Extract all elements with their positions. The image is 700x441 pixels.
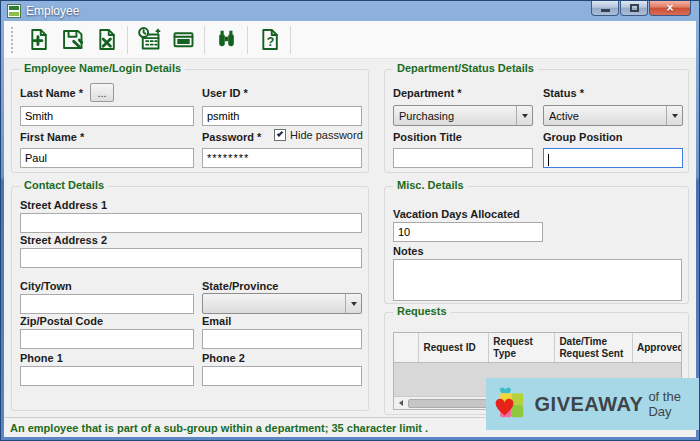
group-title: Requests [393,305,451,317]
watermark-brand-text: GIVEAWAY [535,393,644,416]
text-caret [548,154,549,166]
maximize-button[interactable] [620,1,648,16]
status-dropdown[interactable]: Active [543,105,683,126]
arrow-left-icon [399,400,403,406]
column-header-approved[interactable]: Approved [633,333,681,362]
department-dropdown[interactable]: Purchasing [393,105,533,126]
card-icon [170,26,197,53]
first-name-input[interactable] [20,148,194,168]
toolbar-separator [247,26,248,54]
vacation-days-input[interactable] [393,222,543,242]
vacation-days-label: Vacation Days Allocated [393,208,520,220]
svg-text:?: ? [266,35,274,49]
column-header-request-id[interactable]: Request ID [419,333,489,362]
state-dropdown[interactable] [202,293,362,314]
department-label: Department * [393,87,461,99]
scroll-left-button[interactable] [394,397,408,409]
street2-input[interactable] [20,248,362,268]
last-name-input[interactable] [20,106,194,126]
group-misc: Misc. Details Vacation Days Allocated No… [384,186,689,304]
chevron-down-icon [351,302,357,306]
toolbar: ? [4,21,696,59]
help-button[interactable]: ? [252,24,286,56]
save-icon [59,26,86,53]
phone1-label: Phone 1 [20,352,63,364]
notes-textarea[interactable] [393,259,682,301]
close-button[interactable]: × [649,1,691,16]
close-icon: × [666,2,673,14]
state-label: State/Province [202,280,278,292]
group-title: Department/Status Details [393,62,538,74]
hide-password-label: Hide password [290,129,363,141]
group-title: Contact Details [20,179,108,191]
gift-icon [493,382,529,426]
hide-password-checkbox[interactable]: Hide password [274,129,363,141]
phone2-label: Phone 2 [202,352,245,364]
check-icon [277,130,283,136]
status-value: Active [544,110,666,122]
toolbar-separator [290,26,291,54]
table-header-row: Request ID Request Type Date/Time Reques… [394,333,681,363]
group-dept-status: Department/Status Details Department * S… [384,69,689,173]
last-name-label: Last Name * [20,87,83,99]
department-value: Purchasing [394,110,516,122]
search-button[interactable] [209,24,243,56]
city-input[interactable] [20,294,194,314]
maximize-icon [630,4,639,12]
password-label: Password * [202,131,261,143]
chevron-down-icon [672,114,678,118]
watermark-suffix-text: of the Day [648,389,700,419]
add-record-icon [25,26,52,53]
view-card-button[interactable] [166,24,200,56]
client-area: ? Employee Name/Login Details Last Name … [4,21,696,437]
dropdown-button [516,106,532,125]
employee-window: Employee × [0,0,700,441]
notes-label: Notes [393,245,424,257]
minimize-button[interactable] [591,1,619,16]
row-selector-column-header [394,333,419,362]
city-label: City/Town [20,280,72,292]
status-text: An employee that is part of a sub-group … [10,422,428,434]
position-title-input[interactable] [393,148,533,168]
giveaway-watermark-banner[interactable]: GIVEAWAY of the Day [486,378,700,430]
checkbox-box [274,129,286,141]
save-record-button[interactable] [55,24,89,56]
column-header-request-type[interactable]: Request Type [489,333,555,362]
status-label: Status * [543,87,584,99]
calendar-button[interactable] [132,24,166,56]
group-contact: Contact Details Street Address 1 Street … [11,186,369,411]
group-position-input[interactable] [543,148,683,168]
password-input[interactable] [202,148,362,168]
titlebar: Employee × [1,1,699,21]
phone1-input[interactable] [20,366,194,386]
toolbar-separator [204,26,205,54]
column-header-date-time[interactable]: Date/Time Request Sent [555,333,633,362]
email-label: Email [202,315,231,327]
chevron-down-icon [522,114,528,118]
street2-label: Street Address 2 [20,234,107,246]
group-position-label: Group Position [543,131,622,143]
dropdown-button [666,106,682,125]
position-title-label: Position Title [393,131,462,143]
window-title: Employee [26,4,79,18]
street1-input[interactable] [20,213,362,233]
user-id-input[interactable] [202,106,362,126]
zip-input[interactable] [20,329,194,349]
email-input[interactable] [202,329,362,349]
group-name-login: Employee Name/Login Details Last Name * … [11,69,369,173]
user-id-label: User ID * [202,87,248,99]
add-record-button[interactable] [21,24,55,56]
phone2-input[interactable] [202,366,362,386]
delete-record-button[interactable] [89,24,123,56]
calendar-clock-icon [136,26,163,53]
minimize-icon [601,9,610,12]
dropdown-button [345,294,361,313]
zip-label: Zip/Postal Code [20,315,103,327]
first-name-label: First Name * [20,131,84,143]
browse-button[interactable]: ... [90,83,114,102]
app-icon [7,4,21,18]
group-title: Employee Name/Login Details [20,62,185,74]
group-title: Misc. Details [393,179,468,191]
toolbar-grip-icon [11,27,15,53]
binoculars-icon [213,26,240,53]
